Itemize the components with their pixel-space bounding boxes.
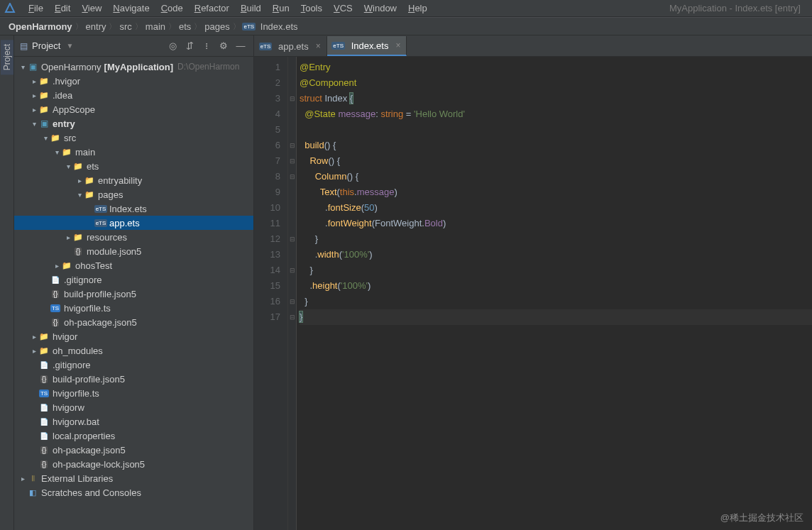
tree-node[interactable]: .idea: [14, 88, 253, 102]
tree-node[interactable]: oh_modules: [14, 343, 253, 358]
expand-arrow-icon[interactable]: [75, 177, 84, 184]
breadcrumb-item[interactable]: main: [143, 21, 168, 32]
breadcrumb-item[interactable]: src: [116, 21, 134, 32]
menu-refactor[interactable]: Refactor: [189, 1, 235, 15]
code-content[interactable]: @Entry@Componentstruct Index { @State me…: [297, 57, 812, 530]
tree-node[interactable]: oh-package.json5: [14, 443, 253, 457]
tree-node[interactable]: oh-package-lock.json5: [14, 457, 253, 471]
code-line[interactable]: build() {: [300, 138, 812, 153]
code-line[interactable]: }: [300, 294, 812, 309]
fold-marker[interactable]: [288, 106, 296, 122]
project-view-dropdown-icon[interactable]: ▼: [66, 42, 73, 50]
fold-marker[interactable]: ⊟: [288, 231, 296, 247]
tree-node[interactable]: build-profile.json5: [14, 287, 253, 301]
code-line[interactable]: Row() {: [300, 153, 812, 169]
code-line[interactable]: @Component: [300, 75, 812, 91]
fold-marker[interactable]: ⊟: [288, 309, 296, 325]
expand-all-button[interactable]: ⇵: [182, 39, 197, 53]
code-editor[interactable]: 1234567891011121314151617 ⊟⊟⊟⊟⊟⊟⊟⊟ @Entr…: [254, 57, 812, 530]
expand-arrow-icon[interactable]: [75, 191, 84, 199]
expand-arrow-icon[interactable]: [30, 92, 38, 99]
fold-marker[interactable]: [288, 200, 296, 216]
tree-node[interactable]: entryability: [14, 173, 253, 187]
code-line[interactable]: .fontSize(50): [300, 200, 812, 216]
breadcrumb-item[interactable]: pages: [202, 21, 232, 32]
menu-edit[interactable]: Edit: [49, 1, 76, 15]
tree-node[interactable]: entry: [14, 116, 253, 131]
fold-gutter[interactable]: ⊟⊟⊟⊟⊟⊟⊟⊟: [288, 57, 297, 530]
menu-vcs[interactable]: VCS: [328, 1, 358, 15]
fold-marker[interactable]: [288, 60, 296, 75]
tree-node[interactable]: External Libraries: [14, 471, 253, 485]
tree-node[interactable]: local.properties: [14, 429, 253, 443]
tree-node[interactable]: pages: [14, 187, 253, 201]
fold-marker[interactable]: ⊟: [288, 91, 296, 106]
editor-tab[interactable]: Index.ets×: [327, 36, 407, 56]
fold-marker[interactable]: [288, 75, 296, 91]
code-line[interactable]: }: [300, 309, 812, 325]
project-tool-tab[interactable]: Project: [1, 40, 13, 74]
tree-node[interactable]: hvigorfile.ts: [14, 386, 253, 400]
tree-node[interactable]: .gitignore: [14, 272, 253, 287]
code-line[interactable]: }: [300, 263, 812, 278]
tree-node[interactable]: app.ets: [14, 216, 253, 230]
tree-node[interactable]: AppScope: [14, 102, 253, 116]
tree-node[interactable]: hvigor: [14, 329, 253, 343]
tree-node[interactable]: .hvigor: [14, 74, 253, 88]
menu-navigate[interactable]: Navigate: [107, 1, 155, 15]
fold-marker[interactable]: [288, 122, 296, 138]
close-tab-icon[interactable]: ×: [316, 41, 321, 51]
project-view-label[interactable]: Project: [32, 40, 60, 51]
fold-marker[interactable]: ⊟: [288, 138, 296, 153]
code-line[interactable]: [300, 122, 812, 138]
code-line[interactable]: .fontWeight(FontWeight.Bold): [300, 216, 812, 231]
tree-node[interactable]: OpenHarmony [MyApplication]D:\OpenHarmon: [14, 60, 253, 74]
tree-node[interactable]: hvigorw: [14, 400, 253, 414]
tree-node[interactable]: ohosTest: [14, 258, 253, 272]
fold-marker[interactable]: ⊟: [288, 153, 296, 169]
expand-arrow-icon[interactable]: [64, 233, 72, 241]
tree-node[interactable]: src: [14, 131, 253, 145]
code-line[interactable]: Text(this.message): [300, 184, 812, 200]
tree-node[interactable]: Scratches and Consoles: [14, 485, 253, 499]
locate-file-button[interactable]: ◎: [165, 39, 180, 53]
flatten-button[interactable]: ⫶: [199, 39, 214, 53]
tree-node[interactable]: hvigorfile.ts: [14, 301, 253, 315]
expand-arrow-icon[interactable]: [41, 134, 50, 142]
expand-arrow-icon[interactable]: [53, 148, 61, 156]
tree-node[interactable]: .gitignore: [14, 358, 253, 372]
expand-arrow-icon[interactable]: [30, 347, 38, 355]
tool-window-bar[interactable]: Project: [0, 35, 14, 530]
breadcrumb-item[interactable]: Index.ets: [241, 21, 301, 32]
menu-tools[interactable]: Tools: [295, 1, 328, 15]
menu-file[interactable]: File: [23, 1, 49, 15]
menu-build[interactable]: Build: [235, 1, 267, 15]
code-line[interactable]: struct Index {: [300, 91, 812, 106]
breadcrumb-item[interactable]: ets: [176, 21, 194, 32]
fold-marker[interactable]: [288, 216, 296, 231]
expand-arrow-icon[interactable]: [64, 162, 72, 170]
code-line[interactable]: .width('100%'): [300, 247, 812, 263]
editor-tab[interactable]: app.ets×: [254, 36, 327, 56]
tree-node[interactable]: main: [14, 145, 253, 159]
tree-node[interactable]: hvigorw.bat: [14, 414, 253, 429]
menu-window[interactable]: Window: [358, 1, 402, 15]
tree-node[interactable]: module.json5: [14, 244, 253, 258]
expand-arrow-icon[interactable]: [30, 106, 38, 114]
expand-arrow-icon[interactable]: [30, 77, 38, 85]
breadcrumb-item[interactable]: entry: [83, 21, 109, 32]
panel-settings-button[interactable]: ⚙: [216, 39, 231, 53]
code-line[interactable]: @State message: string = 'Hello World': [300, 106, 812, 122]
close-tab-icon[interactable]: ×: [395, 40, 400, 50]
expand-arrow-icon[interactable]: [53, 262, 61, 270]
expand-arrow-icon[interactable]: [30, 333, 38, 341]
code-line[interactable]: @Entry: [300, 60, 812, 75]
tree-node[interactable]: oh-package.json5: [14, 315, 253, 329]
menu-run[interactable]: Run: [267, 1, 295, 15]
fold-marker[interactable]: ⊟: [288, 263, 296, 278]
menu-help[interactable]: Help: [402, 1, 433, 15]
menu-code[interactable]: Code: [155, 1, 189, 15]
fold-marker[interactable]: ⊟: [288, 169, 296, 184]
code-line[interactable]: Column() {: [300, 169, 812, 184]
tree-node[interactable]: Index.ets: [14, 201, 253, 216]
